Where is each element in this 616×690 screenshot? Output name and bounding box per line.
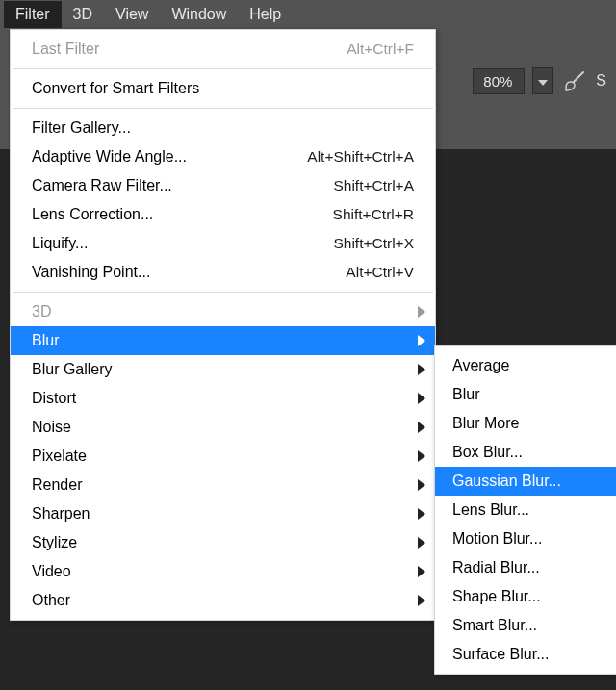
item-blur-submenu[interactable]: Blur — [11, 326, 435, 355]
item-smart-blur[interactable]: Smart Blur... — [435, 611, 616, 640]
chevron-down-icon — [538, 72, 548, 89]
menubar: Filter 3D View Window Help — [0, 0, 616, 29]
submenu-arrow-icon — [418, 335, 425, 346]
menu-filter[interactable]: Filter — [4, 1, 62, 28]
label: Pixelate — [32, 447, 87, 465]
label: Adaptive Wide Angle... — [32, 148, 187, 166]
item-blur[interactable]: Blur — [435, 380, 616, 409]
label: Liquify... — [32, 235, 88, 252]
item-other-submenu[interactable]: Other — [11, 586, 435, 615]
submenu-arrow-icon — [418, 595, 425, 606]
filter-dropdown: Last Filter Alt+Ctrl+F Convert for Smart… — [10, 29, 436, 621]
label: Last Filter — [32, 40, 99, 58]
label: Camera Raw Filter... — [32, 177, 172, 194]
zoom-dropdown[interactable] — [532, 67, 553, 94]
item-motion-blur[interactable]: Motion Blur... — [435, 524, 616, 553]
menu-3d[interactable]: 3D — [62, 1, 104, 28]
blur-submenu: Average Blur Blur More Box Blur... Gauss… — [434, 345, 616, 675]
label: Distort — [32, 390, 76, 407]
item-shape-blur[interactable]: Shape Blur... — [435, 582, 616, 611]
label: Render — [32, 476, 82, 494]
item-pixelate-submenu[interactable]: Pixelate — [11, 442, 435, 471]
submenu-arrow-icon — [418, 306, 425, 318]
item-vanishing-point[interactable]: Vanishing Point... Alt+Ctrl+V — [11, 258, 435, 287]
separator — [13, 292, 433, 293]
item-liquify[interactable]: Liquify... Shift+Ctrl+X — [11, 229, 435, 258]
submenu-arrow-icon — [418, 364, 425, 375]
item-camera-raw-filter[interactable]: Camera Raw Filter... Shift+Ctrl+A — [11, 171, 435, 200]
label: Convert for Smart Filters — [32, 80, 199, 97]
item-noise-submenu[interactable]: Noise — [11, 413, 435, 442]
menu-window[interactable]: Window — [160, 1, 238, 28]
separator — [13, 68, 433, 69]
brush-settings-icon[interactable] — [561, 67, 588, 94]
item-lens-blur[interactable]: Lens Blur... — [435, 496, 616, 524]
item-surface-blur[interactable]: Surface Blur... — [435, 640, 616, 669]
item-stylize-submenu[interactable]: Stylize — [11, 528, 435, 557]
item-adaptive-wide-angle[interactable]: Adaptive Wide Angle... Alt+Shift+Ctrl+A — [11, 142, 435, 171]
shortcut: Shift+Ctrl+A — [333, 177, 414, 194]
item-gaussian-blur[interactable]: Gaussian Blur... — [435, 467, 616, 496]
label: Blur — [32, 332, 59, 349]
label: Filter Gallery... — [32, 119, 131, 137]
submenu-arrow-icon — [418, 422, 425, 433]
item-blur-more[interactable]: Blur More — [435, 409, 616, 438]
submenu-arrow-icon — [418, 537, 425, 549]
item-box-blur[interactable]: Box Blur... — [435, 438, 616, 467]
submenu-arrow-icon — [418, 450, 425, 462]
label: Noise — [32, 419, 71, 436]
label: Vanishing Point... — [32, 264, 150, 281]
menu-help[interactable]: Help — [238, 1, 293, 28]
label: Stylize — [32, 534, 77, 551]
menu-view[interactable]: View — [104, 1, 160, 28]
item-sharpen-submenu[interactable]: Sharpen — [11, 499, 435, 528]
submenu-arrow-icon — [418, 479, 425, 491]
item-last-filter: Last Filter Alt+Ctrl+F — [11, 35, 435, 64]
shortcut: Alt+Ctrl+V — [346, 264, 414, 281]
trailing-label: S — [596, 72, 606, 89]
item-blur-gallery-submenu[interactable]: Blur Gallery — [11, 355, 435, 384]
item-convert-smart-filters[interactable]: Convert for Smart Filters — [11, 74, 435, 103]
submenu-arrow-icon — [418, 393, 425, 404]
item-render-submenu[interactable]: Render — [11, 471, 435, 499]
item-distort-submenu[interactable]: Distort — [11, 384, 435, 413]
submenu-arrow-icon — [418, 566, 425, 577]
shortcut: Alt+Shift+Ctrl+A — [307, 148, 414, 166]
item-lens-correction[interactable]: Lens Correction... Shift+Ctrl+R — [11, 200, 435, 229]
label: Sharpen — [32, 505, 90, 523]
item-average[interactable]: Average — [435, 351, 616, 380]
label: 3D — [32, 303, 51, 320]
shortcut: Shift+Ctrl+X — [333, 235, 414, 252]
label: Video — [32, 563, 71, 580]
item-filter-gallery[interactable]: Filter Gallery... — [11, 114, 435, 142]
label: Lens Correction... — [32, 206, 153, 223]
label: Other — [32, 592, 70, 609]
shortcut: Shift+Ctrl+R — [333, 206, 414, 223]
item-radial-blur[interactable]: Radial Blur... — [435, 553, 616, 582]
zoom-field[interactable]: 80% — [473, 68, 525, 94]
separator — [13, 108, 433, 109]
shortcut: Alt+Ctrl+F — [346, 40, 414, 58]
submenu-arrow-icon — [418, 508, 425, 520]
label: Blur Gallery — [32, 361, 113, 378]
item-video-submenu[interactable]: Video — [11, 557, 435, 586]
item-3d-submenu: 3D — [11, 297, 435, 326]
